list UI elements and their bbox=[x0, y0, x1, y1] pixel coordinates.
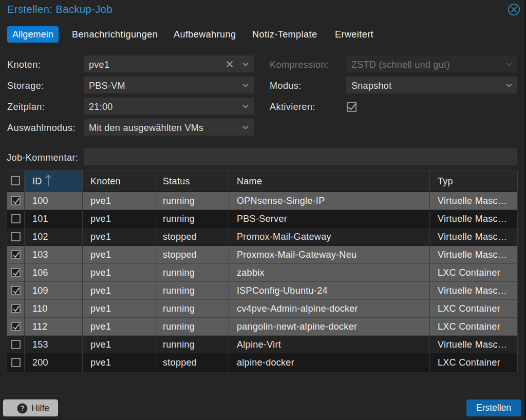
svg-text:?: ? bbox=[20, 404, 25, 412]
